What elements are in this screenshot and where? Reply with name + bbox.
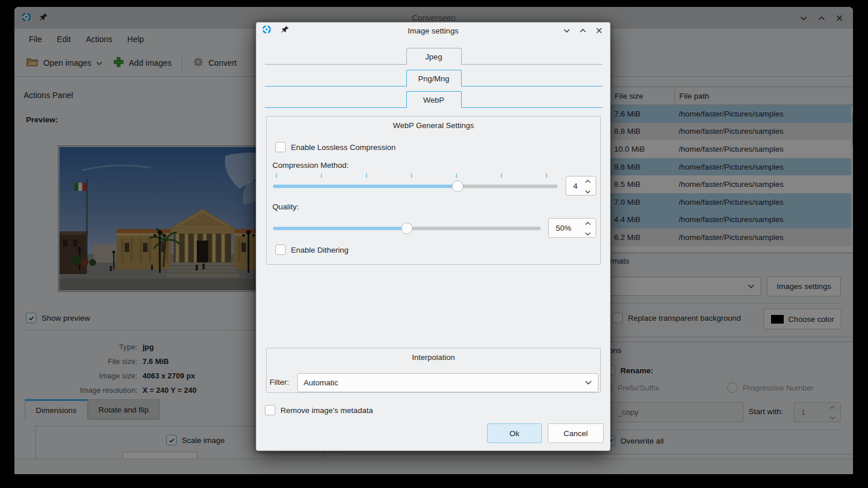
- close-icon[interactable]: [595, 27, 603, 35]
- enable-dithering-checkbox[interactable]: Enable Dithering: [275, 245, 349, 255]
- compression-method-label: Compression Method:: [272, 161, 349, 170]
- compression-method-slider[interactable]: [273, 178, 558, 193]
- slider-handle[interactable]: [452, 181, 463, 192]
- interpolation-group: Interpolation Filter: Automatic: [266, 348, 601, 393]
- ok-button[interactable]: Ok: [487, 423, 542, 443]
- image-settings-dialog: Image settings Jpeg Png/Mng WebP WebP Ge…: [256, 22, 611, 451]
- compression-method-value: 4: [566, 182, 585, 190]
- tab-png-mng[interactable]: Png/Mng: [406, 70, 462, 87]
- filter-label: Filter:: [270, 378, 289, 386]
- tab-webp[interactable]: WebP: [406, 91, 462, 108]
- pngmng-tabbar: Png/Mng: [265, 69, 603, 87]
- quality-slider[interactable]: [273, 220, 541, 235]
- slider-handle[interactable]: [401, 223, 413, 234]
- dialog-titlebar[interactable]: Image settings: [256, 22, 610, 39]
- spin-up-icon[interactable]: [585, 177, 591, 185]
- webp-tabbar: WebP: [265, 91, 603, 108]
- webp-general-settings-group: WebP General Settings Enable Lossless Co…: [266, 116, 601, 265]
- spin-down-icon[interactable]: [585, 229, 591, 238]
- lossless-label: Enable Lossless Compression: [291, 143, 396, 152]
- dialog-title: Image settings: [256, 27, 610, 35]
- dithering-label: Enable Dithering: [291, 246, 349, 254]
- interpolation-group-title: Interpolation: [267, 353, 600, 362]
- maximize-icon[interactable]: [579, 27, 587, 35]
- compression-method-spinner[interactable]: 4: [566, 176, 596, 196]
- remove-metadata-checkbox[interactable]: Remove image's metadata: [265, 405, 373, 415]
- webp-group-title: WebP General Settings: [267, 121, 600, 130]
- filter-select-value: Automatic: [304, 378, 585, 387]
- checkbox-box: [275, 142, 286, 152]
- remove-metadata-label: Remove image's metadata: [280, 406, 373, 415]
- quality-spinner[interactable]: 50%: [548, 218, 596, 238]
- cancel-button[interactable]: Cancel: [548, 423, 604, 443]
- spin-down-icon[interactable]: [585, 187, 591, 196]
- quality-label: Quality:: [272, 202, 299, 211]
- pin-icon[interactable]: [281, 25, 289, 36]
- app-icon: [262, 25, 271, 36]
- checkbox-box: [275, 245, 286, 255]
- spin-up-icon[interactable]: [585, 219, 591, 227]
- filter-select[interactable]: Automatic: [297, 373, 598, 392]
- minimize-icon[interactable]: [563, 27, 571, 35]
- enable-lossless-compression-checkbox[interactable]: Enable Lossless Compression: [275, 142, 396, 152]
- chevron-down-icon: [585, 378, 592, 387]
- quality-value: 50%: [549, 224, 585, 232]
- tab-jpeg[interactable]: Jpeg: [406, 48, 462, 65]
- jpeg-tabbar: Jpeg: [265, 47, 603, 65]
- checkbox-box: [265, 405, 275, 415]
